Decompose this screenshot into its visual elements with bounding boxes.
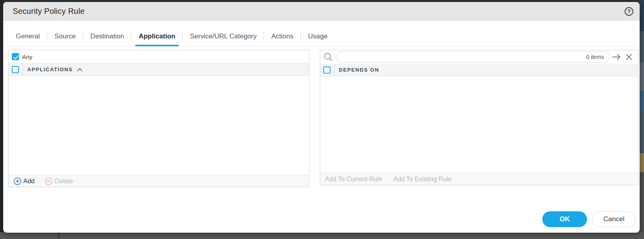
dialog-title: Security Policy Rule [13,7,85,16]
select-all-depends-on-checkbox[interactable] [323,66,331,74]
applications-header-row: APPLICATIONS [9,63,309,76]
tab-source[interactable]: Source [53,32,76,46]
delete-button-label: Delete [55,178,73,185]
delete-minus-icon [45,177,53,185]
applications-panel-footer: Add Delete [9,175,309,187]
apply-filter-arrow-icon[interactable] [612,52,622,62]
any-label: Any [22,53,32,60]
depends-on-column-header[interactable]: DEPENDS ON [339,67,379,73]
tab-usage[interactable]: Usage [307,32,328,46]
tab-service-url-category[interactable]: Service/URL Category [189,32,258,46]
add-button-label: Add [23,178,34,185]
select-all-applications-checkbox[interactable] [12,66,19,73]
header-divider [23,63,23,76]
depends-on-table-body[interactable] [320,76,638,173]
search-input[interactable] [342,54,586,60]
tab-destination[interactable]: Destination [89,32,125,46]
search-row: 0 items [320,50,638,64]
backdrop [0,232,644,239]
add-button[interactable]: Add [13,177,34,185]
tab-separator [131,32,131,40]
tab-actions[interactable]: Actions [270,32,294,46]
help-icon[interactable]: ? [625,7,633,16]
dialog-button-row: OK Cancel [542,211,636,227]
applications-column-header[interactable]: APPLICATIONS [27,66,73,72]
delete-button[interactable]: Delete [45,177,73,185]
any-row: Any [9,50,309,63]
dialog-titlebar: Security Policy Rule ? [3,2,640,21]
depends-on-panel-footer: Add To Current Rule Add To Existing Rule [320,173,638,185]
clear-filter-x-icon[interactable] [624,52,634,62]
sort-ascending-icon[interactable] [77,68,83,71]
security-policy-rule-dialog: Security Policy Rule ? General Source De… [3,2,640,233]
add-to-existing-rule-button[interactable]: Add To Existing Rule [393,176,452,183]
tab-general[interactable]: General [15,32,40,46]
add-plus-icon [13,177,21,185]
add-to-current-rule-button[interactable]: Add To Current Rule [325,176,382,183]
applications-panel: Any APPLICATIONS Add [8,50,310,187]
cancel-button[interactable]: Cancel [592,211,636,227]
items-count-badge: 0 items [586,54,604,60]
backdrop [58,232,59,239]
tab-separator [83,32,83,40]
header-divider [334,64,334,76]
any-checkbox[interactable] [12,53,19,60]
tab-separator [300,32,301,40]
depends-on-header-row: DEPENDS ON [320,64,638,76]
search-icon [323,52,333,62]
applications-table-body[interactable] [9,76,309,175]
tab-bar: General Source Destination Application S… [3,21,640,46]
tab-separator [182,32,183,40]
ok-button[interactable]: OK [542,211,587,227]
tab-separator [264,32,264,40]
screen: Security Policy Rule ? General Source De… [0,0,644,239]
tab-separator [47,32,47,40]
depends-on-panel: 0 items DEPENDS ON [320,50,638,185]
search-pill: 0 items [336,51,610,63]
tab-application[interactable]: Application [138,32,176,46]
